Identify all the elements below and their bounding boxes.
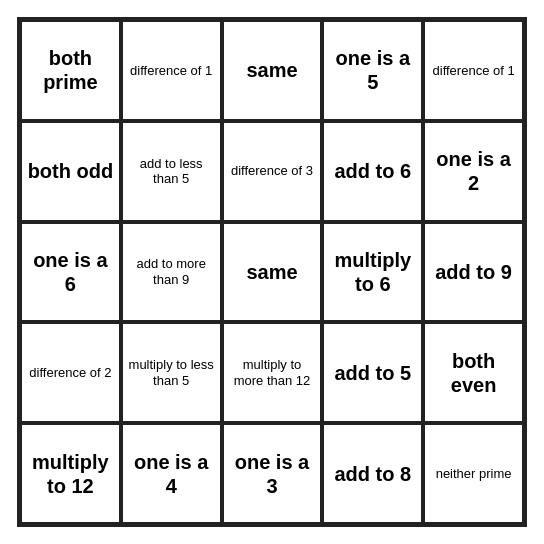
bingo-cell-13: multiply to 6 <box>322 222 423 323</box>
bingo-cell-11: add to more than 9 <box>121 222 222 323</box>
bingo-cell-23: add to 8 <box>322 423 423 524</box>
bingo-cell-21: one is a 4 <box>121 423 222 524</box>
bingo-cell-12: same <box>222 222 323 323</box>
bingo-cell-8: add to 6 <box>322 121 423 222</box>
bingo-cell-0: both prime <box>20 20 121 121</box>
bingo-cell-4: difference of 1 <box>423 20 524 121</box>
bingo-cell-7: difference of 3 <box>222 121 323 222</box>
bingo-cell-16: multiply to less than 5 <box>121 322 222 423</box>
bingo-cell-3: one is a 5 <box>322 20 423 121</box>
bingo-cell-6: add to less than 5 <box>121 121 222 222</box>
bingo-board: both primedifference of 1sameone is a 5d… <box>17 17 527 527</box>
bingo-cell-24: neither prime <box>423 423 524 524</box>
bingo-cell-9: one is a 2 <box>423 121 524 222</box>
bingo-cell-20: multiply to 12 <box>20 423 121 524</box>
bingo-cell-1: difference of 1 <box>121 20 222 121</box>
bingo-cell-19: both even <box>423 322 524 423</box>
bingo-cell-14: add to 9 <box>423 222 524 323</box>
bingo-cell-18: add to 5 <box>322 322 423 423</box>
bingo-cell-5: both odd <box>20 121 121 222</box>
bingo-cell-2: same <box>222 20 323 121</box>
bingo-cell-15: difference of 2 <box>20 322 121 423</box>
bingo-cell-10: one is a 6 <box>20 222 121 323</box>
bingo-cell-22: one is a 3 <box>222 423 323 524</box>
bingo-cell-17: multiply to more than 12 <box>222 322 323 423</box>
